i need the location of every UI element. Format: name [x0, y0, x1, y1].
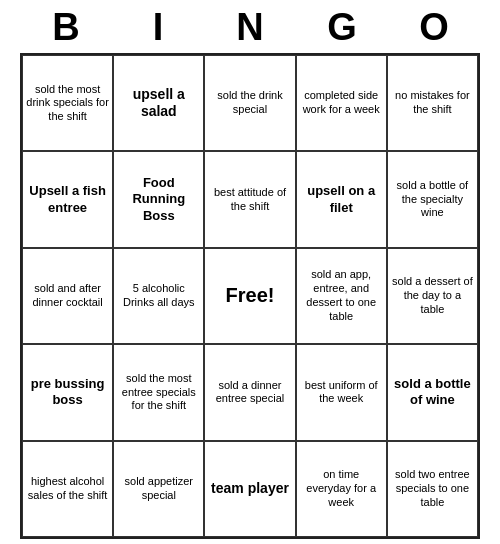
cell-12: Free! [204, 248, 295, 344]
cell-0: sold the most drink specials for the shi… [22, 55, 113, 151]
cell-21: sold appetizer special [113, 441, 204, 537]
cell-24: sold two entree specials to one table [387, 441, 478, 537]
header-letter-i: I [134, 6, 182, 49]
bingo-header: BINGO [20, 0, 480, 53]
header-letter-n: N [226, 6, 274, 49]
header-letter-b: B [42, 6, 90, 49]
cell-18: best uniform of the week [296, 344, 387, 440]
cell-16: sold the most entree specials for the sh… [113, 344, 204, 440]
cell-7: best attitude of the shift [204, 151, 295, 247]
header-letter-o: O [410, 6, 458, 49]
cell-11: 5 alcoholic Drinks all days [113, 248, 204, 344]
header-letter-g: G [318, 6, 366, 49]
cell-2: sold the drink special [204, 55, 295, 151]
cell-17: sold a dinner entree special [204, 344, 295, 440]
cell-14: sold a dessert of the day to a table [387, 248, 478, 344]
cell-22: team player [204, 441, 295, 537]
cell-20: highest alcohol sales of the shift [22, 441, 113, 537]
cell-5: Upsell a fish entree [22, 151, 113, 247]
cell-6: Food Running Boss [113, 151, 204, 247]
bingo-grid: sold the most drink specials for the shi… [20, 53, 480, 539]
cell-4: no mistakes for the shift [387, 55, 478, 151]
cell-9: sold a bottle of the specialty wine [387, 151, 478, 247]
cell-8: upsell on a filet [296, 151, 387, 247]
cell-13: sold an app, entree, and dessert to one … [296, 248, 387, 344]
cell-1: upsell a salad [113, 55, 204, 151]
cell-23: on time everyday for a week [296, 441, 387, 537]
cell-19: sold a bottle of wine [387, 344, 478, 440]
cell-3: completed side work for a week [296, 55, 387, 151]
cell-10: sold and after dinner cocktail [22, 248, 113, 344]
cell-15: pre bussing boss [22, 344, 113, 440]
